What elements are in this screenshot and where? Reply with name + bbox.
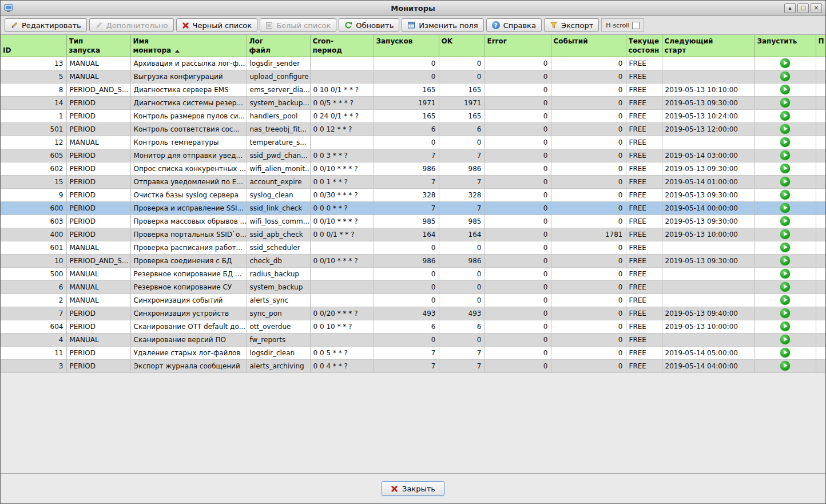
help-icon: ?	[492, 21, 500, 29]
cell-log: logsdir_clean	[247, 346, 310, 359]
toolbar-button-refresh[interactable]: Обновить	[339, 18, 399, 32]
cell-log: check_db	[247, 254, 310, 267]
run-monitor-button[interactable]	[780, 335, 790, 344]
run-monitor-button[interactable]	[780, 295, 790, 305]
column-header-next[interactable]: Следующийстарт	[662, 35, 754, 57]
column-header-error[interactable]: Error	[485, 35, 551, 57]
table-row[interactable]: 6MANUALРезервное копирование СУsystem_ba…	[1, 280, 825, 293]
column-header-ok[interactable]: OK	[439, 35, 485, 57]
close-dialog-button[interactable]: Закрыть	[382, 481, 444, 496]
table-row[interactable]: 15PERIODОтправка уведомлений по E...acco…	[1, 175, 825, 188]
cell-error: 0	[485, 57, 551, 70]
run-monitor-button[interactable]	[780, 137, 790, 147]
run-monitor-button[interactable]	[780, 58, 790, 68]
table-row[interactable]: 10PERIOD_AND_S...Проверка соединения с Б…	[1, 254, 825, 267]
cell-name: Экспорт журнала сообщений	[130, 359, 247, 372]
run-monitor-button[interactable]	[780, 229, 790, 239]
column-header-extra[interactable]: П	[816, 35, 825, 57]
run-monitor-button[interactable]	[780, 216, 790, 226]
column-header-state[interactable]: Текущесостоян	[626, 35, 662, 57]
cell-cron: 0 0 5 * * ?	[310, 346, 374, 359]
cell-id: 6	[1, 280, 66, 293]
cell-log: radius_backup	[247, 267, 310, 280]
table-row[interactable]: 12MANUALКонтроль температурыtemperature_…	[1, 136, 825, 149]
toolbar-button-advanced[interactable]: Дополнительно	[89, 18, 174, 32]
run-monitor-button[interactable]	[780, 111, 790, 121]
run-monitor-button[interactable]	[780, 177, 790, 186]
column-header-cron[interactable]: Cron-период	[310, 35, 374, 57]
cell-run	[754, 136, 816, 149]
run-monitor-button[interactable]	[780, 348, 790, 358]
cell-events: 0	[551, 188, 626, 201]
cell-cron: 0 24 0/1 * * ?	[310, 109, 374, 122]
run-monitor-button[interactable]	[780, 124, 790, 134]
table-row[interactable]: 13MANUALАрхивация и рассылка лог-ф...log…	[1, 57, 825, 70]
cell-ok: 0	[439, 293, 485, 307]
cell-extra	[816, 188, 825, 201]
run-monitor-button[interactable]	[780, 282, 790, 292]
run-monitor-button[interactable]	[780, 269, 790, 279]
toolbar-button-help[interactable]: ?Справка	[486, 18, 542, 32]
run-monitor-button[interactable]	[780, 256, 790, 265]
run-monitor-button[interactable]	[780, 322, 790, 331]
column-header-events[interactable]: Событий	[551, 35, 626, 57]
table-row[interactable]: 14PERIODДиагностика системы резер...syst…	[1, 96, 825, 109]
column-header-run[interactable]: Запустить	[754, 35, 816, 57]
shade-window-button[interactable]: ▴	[784, 3, 796, 13]
table-row[interactable]: 600PERIODПроверка и исправление SSI...ss…	[1, 201, 825, 215]
table-row[interactable]: 605PERIODМонитор для отправки увед...ssi…	[1, 149, 825, 162]
run-monitor-button[interactable]	[780, 190, 790, 200]
run-monitor-button[interactable]	[780, 98, 790, 108]
table-row[interactable]: 604PERIODСканирование OTT default до...o…	[1, 320, 825, 333]
cell-events: 0	[551, 175, 626, 188]
cell-error: 0	[485, 346, 551, 359]
run-monitor-button[interactable]	[780, 203, 790, 213]
table-row[interactable]: 601MANUALПроверка расписания работ...ssi…	[1, 241, 825, 254]
close-window-button[interactable]: ×	[811, 3, 822, 13]
column-header-name[interactable]: Имямонитора	[130, 35, 247, 57]
cell-runs: 164	[374, 228, 439, 241]
table-row[interactable]: 5MANUALВыгрузка конфигурацийupload_confi…	[1, 70, 825, 83]
table-row[interactable]: 7PERIODСинхронизация устройствsync_pon0 …	[1, 307, 825, 320]
cell-state: FREE	[626, 228, 662, 241]
cell-log: sync_pon	[247, 307, 310, 320]
monitors-window: Мониторы ▴ □ × РедактироватьДополнительн…	[0, 0, 826, 504]
cell-type: PERIOD	[66, 96, 130, 109]
table-row[interactable]: 3PERIODЭкспорт журнала сообщенийalerts_a…	[1, 359, 825, 372]
cell-runs: 0	[374, 333, 439, 346]
table-row[interactable]: 2MANUALСинхронизация событийalerts_sync0…	[1, 293, 825, 307]
table-row[interactable]: 500MANUALРезервное копирование БД ...rad…	[1, 267, 825, 280]
run-monitor-button[interactable]	[780, 243, 790, 252]
table-row[interactable]: 603PERIODПроверка массовых обрывов ...wi…	[1, 215, 825, 228]
table-row[interactable]: 1PERIODКонтроль размеров пулов си...hand…	[1, 109, 825, 122]
cell-run	[754, 175, 816, 188]
table-row[interactable]: 9PERIODОчистка базы syslog сервераsyslog…	[1, 188, 825, 201]
run-monitor-button[interactable]	[780, 72, 790, 81]
table-row[interactable]: 501PERIODКонтроль соответствия сос...nas…	[1, 122, 825, 136]
table-row[interactable]: 602PERIODОпрос списка конкурентных ...wi…	[1, 162, 825, 175]
column-header-runs[interactable]: Запусков	[374, 35, 439, 57]
table-row[interactable]: 4MANUALСканирование версий ПОfw_reports0…	[1, 333, 825, 346]
toolbar-button-export[interactable]: Экспорт	[544, 18, 599, 32]
run-monitor-button[interactable]	[780, 164, 790, 173]
cell-next	[662, 241, 754, 254]
titlebar[interactable]: Мониторы ▴ □ ×	[1, 1, 825, 16]
run-monitor-button[interactable]	[780, 308, 790, 318]
table-row[interactable]: 11PERIODУдаление старых лог-файловlogsdi…	[1, 346, 825, 359]
toolbar-button-edit-fields[interactable]: Изменить поля	[402, 18, 483, 32]
column-header-type[interactable]: Типзапуска	[66, 35, 130, 57]
cell-runs: 493	[374, 307, 439, 320]
maximize-window-button[interactable]: □	[797, 3, 809, 13]
toolbar-button-edit[interactable]: Редактировать	[5, 18, 87, 32]
table-row[interactable]: 8PERIOD_AND_S...Диагностика сервера EMSe…	[1, 83, 825, 96]
run-monitor-button[interactable]	[780, 361, 790, 371]
table-row[interactable]: 400PERIODПроверка портальных SSID`о...ss…	[1, 228, 825, 241]
column-header-log[interactable]: Логфайл	[247, 35, 310, 57]
run-monitor-button[interactable]	[780, 85, 790, 94]
toolbar-button-blacklist[interactable]: Черный список	[176, 18, 258, 32]
cell-events: 0	[551, 359, 626, 372]
h-scroll-checkbox[interactable]	[632, 22, 640, 29]
toolbar-button-whitelist[interactable]: Белый список	[260, 18, 336, 32]
run-monitor-button[interactable]	[780, 150, 790, 160]
column-header-id[interactable]: ID	[1, 35, 66, 57]
